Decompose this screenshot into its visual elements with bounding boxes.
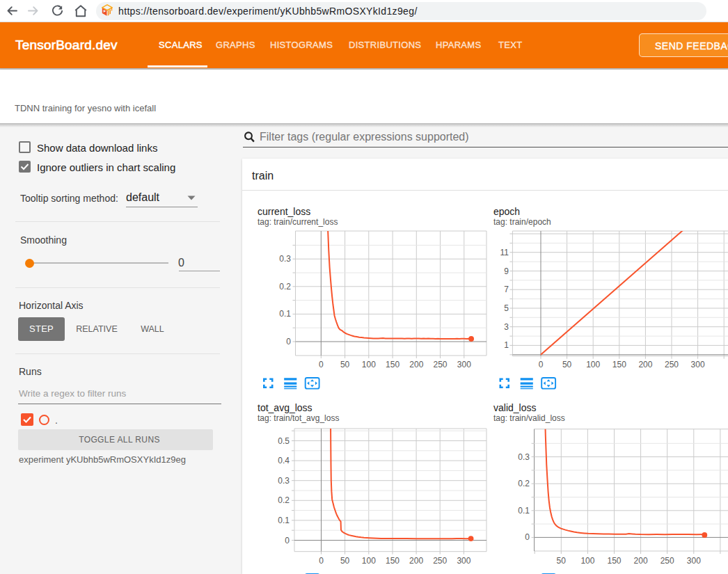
svg-text:0.2: 0.2 <box>278 495 290 505</box>
svg-text:0.1: 0.1 <box>278 516 290 525</box>
svg-text:50: 50 <box>340 556 350 566</box>
svg-text:100: 100 <box>362 556 376 566</box>
svg-text:150: 150 <box>386 360 399 369</box>
svg-text:1: 1 <box>504 340 509 350</box>
svg-text:0: 0 <box>286 337 291 346</box>
svg-text:0: 0 <box>525 532 530 542</box>
svg-text:0.3: 0.3 <box>279 254 291 264</box>
svg-text:300: 300 <box>687 556 701 566</box>
svg-text:11: 11 <box>500 248 509 257</box>
svg-text:150: 150 <box>612 360 626 369</box>
svg-text:250: 250 <box>433 556 447 566</box>
svg-text:0.1: 0.1 <box>518 506 530 516</box>
svg-text:100: 100 <box>362 360 376 369</box>
svg-text:0.3: 0.3 <box>278 476 290 486</box>
svg-text:250: 250 <box>660 556 674 566</box>
svg-text:50: 50 <box>562 360 572 369</box>
svg-text:0: 0 <box>319 360 324 369</box>
svg-text:250: 250 <box>433 360 447 369</box>
svg-text:0.4: 0.4 <box>278 456 290 465</box>
svg-text:200: 200 <box>409 360 423 369</box>
svg-text:200: 200 <box>634 556 648 566</box>
svg-text:0.3: 0.3 <box>518 452 530 462</box>
svg-text:50: 50 <box>557 556 567 566</box>
svg-text:100: 100 <box>580 556 594 566</box>
svg-text:100: 100 <box>586 360 600 369</box>
svg-text:150: 150 <box>386 556 399 566</box>
svg-text:0: 0 <box>539 360 544 369</box>
svg-text:300: 300 <box>457 556 470 566</box>
svg-text:0.5: 0.5 <box>278 436 290 446</box>
svg-text:150: 150 <box>607 556 621 566</box>
svg-text:0.2: 0.2 <box>518 479 530 488</box>
svg-text:3: 3 <box>504 322 509 332</box>
svg-text:7: 7 <box>504 285 509 294</box>
svg-text:5: 5 <box>504 303 509 313</box>
svg-text:300: 300 <box>691 360 705 369</box>
svg-text:0: 0 <box>285 536 290 545</box>
svg-text:250: 250 <box>665 360 679 369</box>
svg-text:0.1: 0.1 <box>279 309 291 319</box>
svg-text:200: 200 <box>409 556 423 566</box>
svg-text:9: 9 <box>504 266 509 276</box>
svg-text:300: 300 <box>457 360 471 369</box>
svg-text:50: 50 <box>340 360 350 369</box>
svg-text:200: 200 <box>638 360 652 369</box>
svg-text:0: 0 <box>319 556 324 566</box>
svg-text:0.2: 0.2 <box>279 282 291 292</box>
